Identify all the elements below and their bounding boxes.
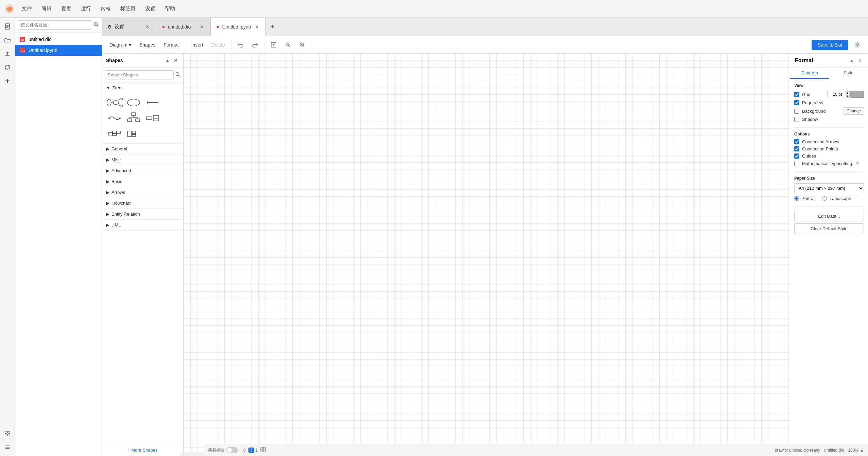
tab-untitled-dio[interactable]: ● untitled.dio ✕ — [156, 18, 211, 36]
advanced-section-header[interactable]: ▶ Advanced — [102, 165, 183, 176]
grid-value-input[interactable] — [827, 91, 844, 98]
tab-untitled-ipynb[interactable]: ● Untitled.ipynb ✕ — [211, 18, 266, 36]
tab-dio-close[interactable]: ✕ — [199, 24, 205, 30]
connection-arrows-checkbox[interactable] — [794, 139, 799, 144]
trees-section-header[interactable]: ▼ Trees — [102, 83, 183, 93]
general-section-header[interactable]: ▶ General — [102, 144, 183, 154]
global-settings-button[interactable] — [851, 40, 864, 50]
menu-run[interactable]: 运行 — [77, 3, 95, 14]
format-minimize-button[interactable]: ▲ — [848, 57, 855, 64]
redo-button[interactable] — [248, 40, 261, 50]
format-close-button[interactable]: ✕ — [856, 57, 863, 64]
svg-rect-49 — [127, 119, 132, 122]
grid-label: Grid — [802, 92, 811, 97]
format-tab-style[interactable]: Style — [829, 68, 868, 79]
menu-settings[interactable]: 设置 — [141, 3, 159, 14]
tree-shape-6[interactable] — [144, 111, 161, 125]
extensions-icon[interactable] — [1, 427, 14, 440]
grid-row: Grid ▲ ▼ — [794, 91, 864, 98]
basic-section-header[interactable]: ▶ Basic — [102, 176, 183, 187]
new-file-icon[interactable] — [1, 20, 14, 33]
refresh-icon[interactable] — [1, 61, 14, 73]
undo-button[interactable] — [234, 40, 247, 50]
file-search-input[interactable] — [18, 20, 92, 30]
math-typesetting-checkbox[interactable] — [794, 161, 799, 166]
format-tab-diagram[interactable]: Diagram — [790, 68, 829, 79]
tree-shape-3[interactable] — [144, 96, 161, 109]
guides-checkbox[interactable] — [794, 153, 799, 159]
menu-tabs[interactable]: 标签页 — [116, 3, 140, 14]
tree-shape-2[interactable] — [125, 96, 142, 109]
file-item-ipynb[interactable]: ipynb Untitled.ipynb — [15, 45, 102, 56]
file-search-button[interactable] — [93, 22, 99, 28]
more-shapes-button[interactable]: + More Shapes — [127, 448, 158, 453]
grid-color-box[interactable] — [850, 91, 864, 98]
menu-view[interactable]: 查看 — [57, 3, 75, 14]
add-tab-icon[interactable] — [1, 75, 14, 87]
grid-checkbox[interactable] — [794, 92, 799, 97]
connection-points-checkbox[interactable] — [794, 146, 799, 151]
shapes-close-button[interactable]: ✕ — [172, 57, 179, 64]
toggle-track[interactable] — [226, 447, 238, 453]
tree-shape-5[interactable] — [125, 111, 142, 125]
arrows-section-header[interactable]: ▶ Arrows — [102, 187, 183, 198]
insert-button[interactable]: Insert — [188, 40, 207, 49]
shapes-button[interactable]: Shapes — [136, 40, 159, 49]
orientation-row: Portrait Landscape — [794, 196, 864, 201]
portrait-label: Portrait — [801, 196, 816, 201]
shapes-panel-resize-handle[interactable] — [178, 451, 183, 456]
zoom-in-button[interactable] — [296, 40, 309, 50]
menu-file[interactable]: 文件 — [18, 3, 36, 14]
paper-size-select[interactable]: A4 (210 mm × 297 mm) — [794, 183, 864, 193]
grid-value-up[interactable]: ▲ — [845, 91, 850, 94]
format-button[interactable]: Format — [160, 40, 182, 49]
background-checkbox[interactable] — [794, 109, 799, 114]
math-typesetting-help-icon[interactable]: ? — [856, 161, 859, 166]
file-item-dio[interactable]: dio untitled.dio — [15, 34, 102, 45]
canvas-area[interactable] — [184, 54, 790, 456]
tab-add-button[interactable]: + — [266, 18, 279, 36]
shape-section-flowchart: ▶ Flowchart — [102, 198, 183, 209]
svg-rect-9 — [5, 434, 7, 436]
tab-settings[interactable]: ⚙ 设置 ✕ — [102, 18, 156, 36]
svg-rect-50 — [136, 119, 140, 122]
misc-section-header[interactable]: ▶ Misc — [102, 154, 183, 165]
menu-help[interactable]: 帮助 — [161, 3, 179, 14]
folder-icon[interactable] — [1, 34, 14, 46]
zoom-control[interactable]: 100% ▲ — [848, 448, 864, 453]
list-icon[interactable] — [1, 441, 14, 453]
page-view-checkbox[interactable] — [794, 100, 799, 105]
portrait-radio[interactable] — [794, 196, 799, 201]
zoom-out-button[interactable] — [281, 40, 294, 50]
grid-value-down[interactable]: ▼ — [845, 95, 850, 98]
landscape-radio[interactable] — [822, 196, 827, 201]
format-label: Format — [163, 42, 178, 48]
save-exit-button[interactable]: Save & Exit — [812, 40, 848, 50]
diagram-button[interactable]: Diagram ▾ — [106, 40, 135, 49]
fit-page-button[interactable] — [267, 40, 280, 50]
edit-data-button[interactable]: Edit Data... — [794, 211, 864, 221]
delete-button[interactable]: Delete — [208, 40, 228, 49]
tab-ipynb-close[interactable]: ✕ — [254, 24, 260, 30]
upload-icon[interactable] — [1, 48, 14, 60]
tree-shape-4[interactable] — [106, 111, 123, 125]
svg-rect-10 — [8, 434, 10, 436]
flowchart-section-header[interactable]: ▶ Flowchart — [102, 198, 183, 208]
menu-kernel[interactable]: 内核 — [97, 3, 115, 14]
uml-section-header[interactable]: ▶ UML — [102, 220, 183, 230]
settings-tab-label: 设置 — [115, 24, 124, 30]
shapes-search-icon[interactable] — [175, 72, 180, 78]
settings-tab-icon: ⚙ — [107, 24, 112, 30]
tree-shape-8[interactable] — [125, 127, 142, 141]
shapes-minimize-button[interactable]: ▲ — [164, 57, 171, 64]
tree-shape-7[interactable] — [106, 127, 123, 141]
shapes-search-input[interactable] — [105, 70, 174, 79]
clear-default-style-button[interactable]: Clear Default Style — [794, 223, 864, 234]
menu-edit[interactable]: 编辑 — [37, 3, 56, 14]
entity-relation-section-header[interactable]: ▶ Entity Relation — [102, 209, 183, 219]
shadow-checkbox[interactable] — [794, 117, 799, 122]
background-change-button[interactable]: Change — [844, 107, 864, 115]
tree-shape-1[interactable] — [106, 96, 123, 109]
simple-mode-toggle[interactable]: 简易界面 — [208, 447, 238, 453]
tab-settings-close[interactable]: ✕ — [144, 24, 151, 30]
